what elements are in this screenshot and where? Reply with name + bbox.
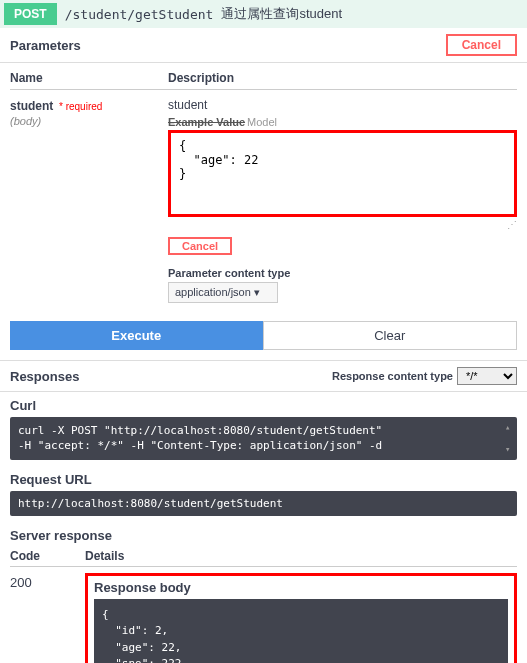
details-column-header: Details <box>85 549 517 567</box>
operation-header[interactable]: POST /student/getStudent 通过属性查询student <box>0 0 527 28</box>
col-desc-header: Description <box>168 71 517 85</box>
responses-title: Responses <box>10 369 79 384</box>
param-name: student <box>10 99 53 113</box>
cancel-button[interactable]: Cancel <box>446 34 517 56</box>
response-content-type-select[interactable]: */* <box>457 367 517 385</box>
body-input-highlight <box>168 130 517 217</box>
param-row: student * required (body) student Exampl… <box>10 98 517 303</box>
parameters-bar: Parameters Cancel <box>0 28 527 63</box>
response-body-output: { "id": 2, "age": 22, "sno": 222 }Downlo… <box>94 599 508 663</box>
resize-handle-icon[interactable]: ⋰ <box>168 219 517 231</box>
code-column-header: Code <box>10 549 85 567</box>
col-name-header: Name <box>10 71 168 85</box>
chevron-down-icon: ▾ <box>254 286 260 298</box>
request-url-label: Request URL <box>10 472 517 487</box>
status-code: 200 <box>10 573 85 590</box>
param-content-type-label: Parameter content type <box>168 267 517 279</box>
param-description: student <box>168 98 517 112</box>
execute-button[interactable]: Execute <box>10 321 263 350</box>
response-body-label: Response body <box>94 580 508 595</box>
param-content-type-select[interactable]: application/json ▾ <box>168 282 278 303</box>
server-response-label: Server response <box>10 528 517 543</box>
param-type: (body) <box>10 115 168 127</box>
parameters-title: Parameters <box>10 38 81 53</box>
tab-example-value[interactable]: Example Value <box>168 116 245 128</box>
response-content-type-label: Response content type <box>332 370 453 382</box>
http-method-badge: POST <box>4 3 57 25</box>
parameters-table: Name Description student * required (bod… <box>0 63 527 311</box>
required-marker: * required <box>59 101 102 112</box>
curl-label: Curl <box>10 398 517 413</box>
endpoint-summary: 通过属性查询student <box>221 5 342 23</box>
response-body-highlight: Response body { "id": 2, "age": 22, "sno… <box>85 573 517 663</box>
request-body-input[interactable] <box>171 133 514 211</box>
endpoint-path: /student/getStudent <box>65 7 214 22</box>
curl-output: curl -X POST "http://localhost:8080/stud… <box>10 417 517 460</box>
request-url-output: http://localhost:8080/student/getStudent <box>10 491 517 516</box>
scrollbar-icon[interactable]: ▴▾ <box>505 421 515 456</box>
param-cancel-button[interactable]: Cancel <box>168 237 232 255</box>
clear-button[interactable]: Clear <box>263 321 518 350</box>
responses-bar: Responses Response content type */* <box>0 360 527 392</box>
tab-model[interactable]: Model <box>247 116 277 128</box>
